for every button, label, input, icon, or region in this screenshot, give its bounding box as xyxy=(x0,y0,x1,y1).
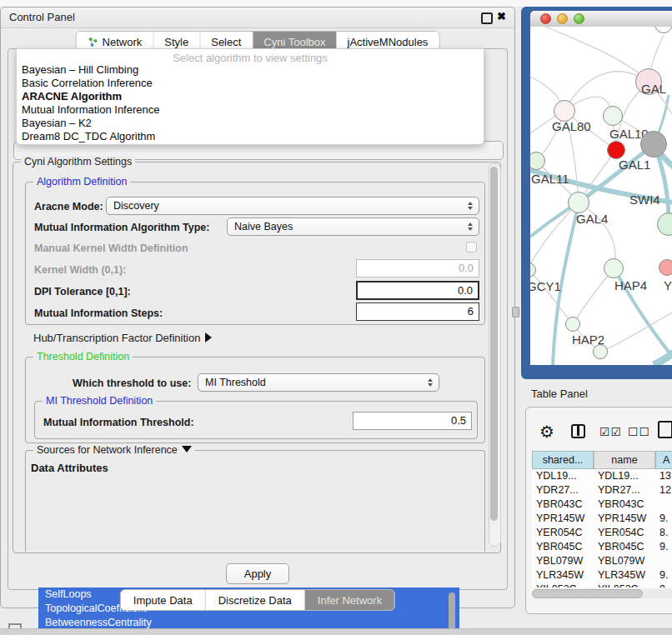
table-cell[interactable]: YDR27... xyxy=(594,483,655,498)
network-node-gal4[interactable] xyxy=(568,192,589,213)
mi-algorithm-type-combo[interactable]: Naive Bayes xyxy=(227,218,479,236)
select-all-checks-icon[interactable]: ☑☑ xyxy=(599,425,622,438)
sources-toggle[interactable]: Sources for Network Inference xyxy=(33,444,195,456)
table-cell[interactable]: YBR043C xyxy=(594,498,655,512)
algorithm-definition-group: Algorithm Definition Aracne Mode: Discov… xyxy=(25,182,485,325)
document-icon[interactable] xyxy=(658,421,672,438)
network-node-label: GAL80 xyxy=(552,119,591,133)
network-node-label: GCY1 xyxy=(530,279,561,293)
table-row[interactable]: YBL079WYBL079W xyxy=(532,554,672,568)
table-cell[interactable]: YBR043C xyxy=(532,498,594,512)
tab-impute-data[interactable]: Impute Data xyxy=(121,590,206,610)
column-header-name[interactable]: name xyxy=(594,451,655,469)
close-icon[interactable]: ✖ xyxy=(497,10,506,22)
table-row[interactable]: YIL052CYIL052C9 xyxy=(532,582,672,588)
table-row[interactable]: YBR045CYBR045C9. xyxy=(532,540,672,554)
table-cell[interactable]: YPR145W xyxy=(532,512,594,526)
mi-steps-field[interactable]: 6 xyxy=(356,302,479,321)
network-node[interactable] xyxy=(640,131,667,158)
dropdown-placeholder: Select algorithm to view settings xyxy=(17,52,484,64)
network-node-gal1[interactable] xyxy=(607,141,625,159)
table-cell[interactable]: YBR045C xyxy=(594,540,655,554)
panel-divider-grip[interactable] xyxy=(512,307,519,318)
table-cell[interactable]: YIL052C xyxy=(532,582,594,588)
hub-definition-toggle[interactable]: Hub/Transcription Factor Definition xyxy=(33,332,212,344)
network-node-gal10[interactable] xyxy=(603,106,623,126)
table-cell[interactable]: 8. xyxy=(655,526,672,540)
table-cell[interactable]: YIL052C xyxy=(594,582,655,588)
scrollbar-thumb[interactable] xyxy=(532,589,643,598)
table-cell[interactable]: YBR045C xyxy=(532,540,594,554)
network-window-titlebar[interactable] xyxy=(530,11,672,28)
manual-kernel-width-checkbox[interactable] xyxy=(466,242,477,252)
table-row[interactable]: YBR043CYBR043C xyxy=(532,498,672,512)
node-table: YDL19...YDL19...13YDR27...YDR27...12YBR0… xyxy=(532,469,672,588)
mi-threshold-definition-group: MI Threshold Definition Mutual Informati… xyxy=(34,401,478,439)
zoom-traffic-light[interactable] xyxy=(574,13,584,24)
table-cell[interactable]: YBL079W xyxy=(594,554,655,568)
hub-definition-label: Hub/Transcription Factor Definition xyxy=(33,332,200,344)
table-cell[interactable]: YBL079W xyxy=(532,554,594,568)
close-traffic-light[interactable] xyxy=(540,13,551,24)
kernel-width-field[interactable]: 0.0 xyxy=(356,259,479,278)
apply-button[interactable]: Apply xyxy=(226,563,289,584)
settings-scrollbar[interactable] xyxy=(489,163,501,547)
table-cell[interactable]: 13 xyxy=(655,469,672,483)
table-cell[interactable]: YDL19... xyxy=(532,469,594,483)
table-cell[interactable]: 9. xyxy=(655,512,672,526)
table-row[interactable]: YPR145WYPR145W9. xyxy=(532,512,672,526)
table-cell[interactable]: YLR345W xyxy=(532,568,594,582)
deselect-all-checks-icon[interactable]: ☐☐ xyxy=(628,425,650,438)
tab-discretize-data[interactable]: Discretize Data xyxy=(206,590,305,610)
table-cell[interactable]: YDL19... xyxy=(594,469,655,483)
algorithm-menu-item[interactable]: Dream8 DC_TDC Algorithm xyxy=(22,130,155,142)
table-horizontal-scrollbar[interactable] xyxy=(532,589,672,598)
network-node-y[interactable] xyxy=(659,259,672,276)
table-cell[interactable]: 9. xyxy=(655,568,672,582)
threshold-definition-group: Threshold Definition Which threshold to … xyxy=(25,357,485,443)
table-row[interactable]: YLR345WYLR345W9. xyxy=(532,568,672,582)
table-cell[interactable]: 9. xyxy=(655,540,672,554)
dpi-tolerance-field[interactable]: 0.0 xyxy=(356,281,479,300)
network-canvas[interactable]: GALGAL80GAL10GAL1GAL11SWI4GAL4GCY1HAP4YH… xyxy=(530,27,672,365)
network-node-hap4[interactable] xyxy=(604,258,624,278)
control-panel-window: Control Panel ✖ Network Style Select Cyn… xyxy=(0,7,515,608)
which-threshold-combo[interactable]: MI Threshold xyxy=(198,373,439,392)
mi-threshold-label: Mutual Information Threshold: xyxy=(43,417,194,428)
table-cell[interactable]: YER054C xyxy=(532,526,594,540)
table-cell[interactable]: YPR145W xyxy=(594,512,655,526)
algorithm-menu-item[interactable]: Bayesian – Hill Climbing xyxy=(22,63,138,76)
tab-label: Discretize Data xyxy=(218,594,292,607)
table-cell[interactable]: YLR345W xyxy=(594,568,655,582)
aracne-mode-label: Aracne Mode: xyxy=(34,201,103,212)
table-cell[interactable]: YDR27... xyxy=(532,483,594,498)
table-cell[interactable]: 9 xyxy=(655,582,672,588)
scrollbar-thumb[interactable] xyxy=(490,167,498,521)
column-header-shared-name[interactable]: shared... xyxy=(532,451,594,469)
algorithm-menu-item[interactable]: Basic Correlation Inference xyxy=(22,77,153,89)
network-node-hap2[interactable] xyxy=(565,317,580,332)
table-row[interactable]: YDR27...YDR27...12 xyxy=(532,483,672,498)
table-cell[interactable] xyxy=(655,554,672,568)
algorithm-menu-item[interactable]: Bayesian – K2 xyxy=(22,117,92,129)
columns-icon[interactable] xyxy=(571,424,585,438)
gear-icon[interactable]: ⚙ xyxy=(539,422,554,442)
column-header-partial[interactable]: A xyxy=(655,451,672,469)
algorithm-menu-item-selected[interactable]: ARACNE Algorithm xyxy=(22,90,122,102)
minimize-traffic-light[interactable] xyxy=(557,13,568,24)
aracne-mode-combo[interactable]: Discovery xyxy=(106,197,479,215)
table-row[interactable]: YDL19...YDL19...13 xyxy=(532,469,672,483)
table-cell[interactable]: 12 xyxy=(655,483,672,498)
table-row[interactable]: YER054CYER054C8. xyxy=(532,526,672,540)
float-window-icon[interactable] xyxy=(481,12,493,24)
mi-threshold-field[interactable]: 0.5 xyxy=(353,412,472,430)
tab-infer-network[interactable]: Infer Network xyxy=(305,590,394,610)
control-panel-titlebar[interactable]: Control Panel ✖ xyxy=(1,8,514,28)
table-cell[interactable]: YER054C xyxy=(594,526,655,540)
algorithm-menu-item[interactable]: Mutual Information Inference xyxy=(22,103,159,116)
network-node[interactable] xyxy=(593,344,608,359)
algorithm-dropdown-menu: Select algorithm to view settings Bayesi… xyxy=(16,48,484,145)
table-cell[interactable] xyxy=(655,498,672,512)
tab-label: Style xyxy=(164,36,188,48)
network-node-label: GAL11 xyxy=(531,172,569,186)
